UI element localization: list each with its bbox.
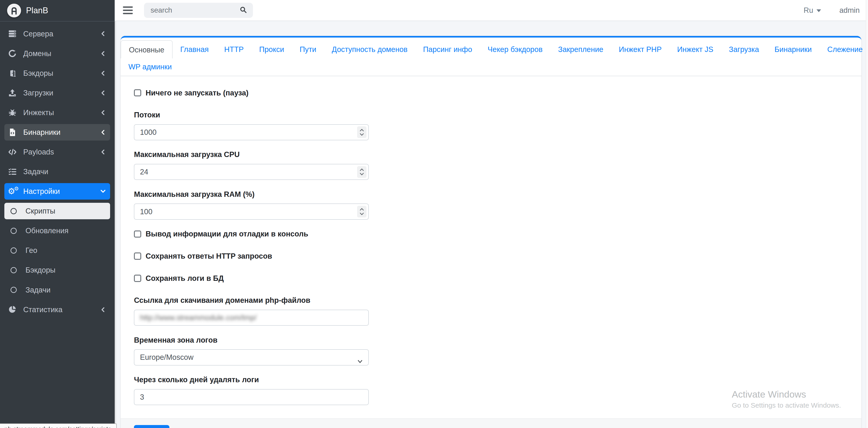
- timezone-select[interactable]: Europe/Moscow: [134, 349, 369, 365]
- sidebar-item-settings[interactable]: ⚙⚙ Настройки: [4, 183, 110, 200]
- sidebar: PlanB Сервера Домены Б: [0, 0, 115, 428]
- circle-icon: [10, 287, 22, 293]
- timezone-label: Временная зона логов: [134, 336, 848, 344]
- content-area: Основные Главная HTTP Прокси Пути Доступ…: [115, 21, 868, 428]
- debug-label: Вывод информации для отладки в консоль: [146, 230, 308, 238]
- number-spinner[interactable]: [357, 166, 367, 178]
- sidebar-item-servers[interactable]: Сервера: [4, 25, 110, 42]
- sidebar-item-injects[interactable]: Инжекты: [4, 104, 110, 121]
- php-link-field: http://www.streammodule.com/tmp/: [134, 310, 369, 326]
- tab-home[interactable]: Главная: [173, 40, 217, 59]
- search-icon[interactable]: [240, 5, 247, 16]
- tab-backdoor-checker[interactable]: Чекер бэкдоров: [480, 40, 550, 59]
- pause-checkbox[interactable]: [134, 89, 141, 96]
- sidebar-subitem-geo[interactable]: Гео: [4, 242, 110, 259]
- debug-checkbox[interactable]: [134, 231, 141, 238]
- hamburger-icon[interactable]: [123, 6, 133, 14]
- sidebar-item-label: Задачи: [23, 167, 106, 176]
- cpu-input[interactable]: [134, 164, 369, 180]
- pause-check-row[interactable]: Ничего не запускать (пауза): [134, 88, 848, 97]
- save-logs-db-checkbox[interactable]: [134, 275, 141, 282]
- sidebar-subitem-scripts[interactable]: Скрипты: [4, 203, 110, 219]
- tab-http[interactable]: HTTP: [217, 40, 252, 59]
- circle-icon: [10, 267, 22, 273]
- tab-inject-php[interactable]: Инжект PHP: [611, 40, 669, 59]
- save-http-check-row[interactable]: Сохранять ответы HTTP запросов: [134, 252, 848, 261]
- chevron-down-icon: [100, 189, 106, 194]
- sidebar-item-label: Загрузки: [23, 89, 100, 97]
- chevron-left-icon: [100, 31, 106, 36]
- pause-label: Ничего не запускать (пауза): [146, 89, 249, 97]
- timezone-value: Europe/Moscow: [140, 353, 193, 362]
- timezone-field: Europe/Moscow: [134, 349, 369, 365]
- settings-card: Основные Главная HTTP Прокси Пути Доступ…: [121, 36, 861, 428]
- tab-domain-availability[interactable]: Доступность доменов: [324, 40, 415, 59]
- circle-icon: [10, 228, 22, 234]
- scrollbar[interactable]: [866, 0, 868, 428]
- tasks-icon: [8, 167, 20, 176]
- brand-link[interactable]: PlanB: [0, 0, 115, 22]
- tab-paths[interactable]: Пути: [292, 40, 324, 59]
- sidebar-item-label: Настройки: [23, 187, 100, 196]
- save-http-checkbox[interactable]: [134, 252, 141, 259]
- tabs-row-2: WP админки: [121, 59, 861, 76]
- log-days-input[interactable]: [134, 389, 369, 405]
- sidebar-item-binaries[interactable]: Бинарники: [4, 124, 110, 141]
- tab-upload[interactable]: Загрузка: [721, 40, 767, 59]
- sidebar-item-domains[interactable]: Домены: [4, 45, 110, 62]
- threads-field: [134, 124, 369, 140]
- tab-wp-admins[interactable]: WP админки: [121, 59, 180, 76]
- debug-check-row[interactable]: Вывод информации для отладки в консоль: [134, 230, 848, 239]
- sidebar-item-label: Домены: [23, 49, 100, 58]
- ram-input[interactable]: [134, 204, 369, 219]
- browser-icon: [8, 49, 20, 57]
- sidebar-item-tasks[interactable]: Задачи: [4, 163, 110, 180]
- bug-icon: [8, 109, 20, 117]
- sidebar-item-statistics[interactable]: Статистика: [4, 301, 110, 318]
- sidebar-item-label: Бинарники: [23, 128, 100, 136]
- a-badge-icon: [7, 4, 21, 18]
- sidebar-subitem-tasks[interactable]: Задачи: [4, 281, 110, 298]
- chevron-left-icon: [100, 51, 106, 56]
- chevron-left-icon: [100, 70, 106, 76]
- tab-inject-js[interactable]: Инжект JS: [669, 40, 721, 59]
- tabs-row-1: Основные Главная HTTP Прокси Пути Доступ…: [121, 37, 861, 59]
- tab-parsing-info[interactable]: Парсинг инфо: [415, 40, 480, 59]
- threads-label: Потоки: [134, 111, 848, 119]
- php-link-input[interactable]: http://www.streammodule.com/tmp/: [134, 310, 369, 326]
- tab-tracking[interactable]: Слежение: [819, 40, 868, 59]
- sidebar-subitem-backdoors[interactable]: Бэкдоры: [4, 262, 110, 279]
- sidebar-item-label: Бэкдоры: [25, 266, 106, 274]
- tab-pinning[interactable]: Закрепление: [550, 40, 611, 59]
- sidebar-item-label: Задачи: [25, 286, 106, 294]
- php-link-label: Ссылка для скачивания доменами php-файло…: [134, 296, 848, 305]
- settings-form: Ничего не запускать (пауза) Потоки Макси…: [121, 76, 861, 418]
- number-spinner[interactable]: [357, 206, 367, 217]
- search-input[interactable]: search: [144, 3, 253, 18]
- sidebar-item-label: Инжекты: [23, 108, 100, 117]
- sidebar-item-label: Гео: [25, 246, 106, 255]
- sidebar-nav: Сервера Домены Бэкдоры: [0, 22, 115, 318]
- topbar: search Ru admin: [115, 0, 868, 21]
- chevron-left-icon: [100, 129, 106, 135]
- tab-proxy[interactable]: Прокси: [251, 40, 292, 59]
- sidebar-item-label: Статистика: [23, 305, 100, 314]
- sidebar-item-label: Бэкдоры: [23, 69, 100, 78]
- sidebar-item-backdoors[interactable]: Бэкдоры: [4, 65, 110, 82]
- cogs-icon: ⚙⚙: [8, 187, 20, 196]
- user-menu[interactable]: admin: [839, 6, 860, 14]
- threads-input[interactable]: [134, 124, 369, 140]
- sidebar-item-uploads[interactable]: Загрузки: [4, 85, 110, 101]
- language-dropdown[interactable]: Ru: [804, 6, 821, 14]
- tab-binaries[interactable]: Бинарники: [767, 40, 819, 59]
- sidebar-subitem-updates[interactable]: Обновления: [4, 222, 110, 239]
- save-button[interactable]: [134, 425, 169, 428]
- caret-down-icon: [816, 9, 821, 12]
- save-logs-db-check-row[interactable]: Сохранять логи в БД: [134, 274, 848, 283]
- number-spinner[interactable]: [357, 126, 367, 138]
- sidebar-item-payloads[interactable]: Payloads: [4, 144, 110, 160]
- tabs-nav: Основные Главная HTTP Прокси Пути Доступ…: [121, 37, 861, 76]
- tab-basic[interactable]: Основные: [121, 40, 173, 59]
- code-icon: [8, 148, 20, 156]
- cpu-field: [134, 164, 369, 180]
